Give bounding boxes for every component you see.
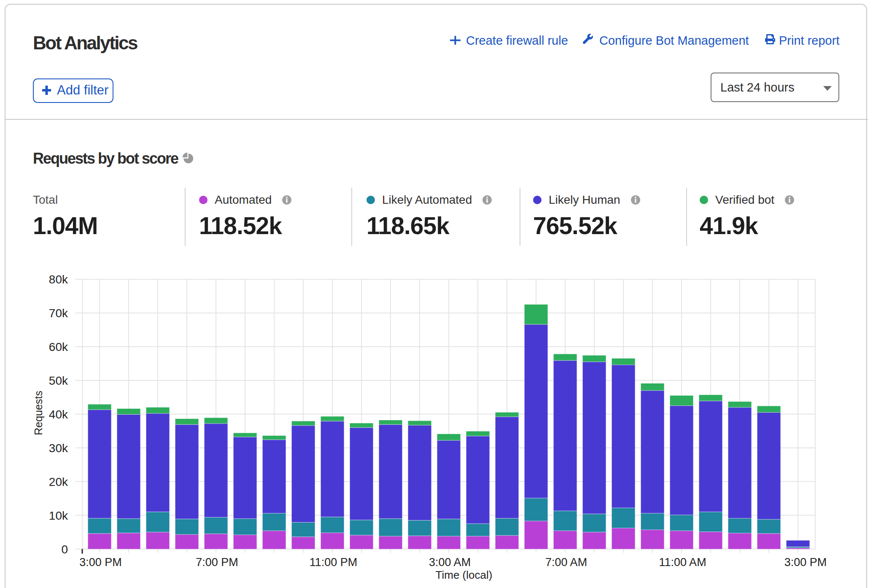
svg-text:70k: 70k [49,307,68,320]
svg-text:50k: 50k [49,374,68,387]
svg-text:30k: 30k [49,442,68,455]
svg-text:Time (local): Time (local) [436,569,493,581]
svg-text:3:00 PM: 3:00 PM [784,556,827,569]
svg-text:7:00 AM: 7:00 AM [545,556,587,569]
svg-text:40k: 40k [49,408,68,421]
svg-text:10k: 10k [49,509,68,522]
svg-text:7:00 PM: 7:00 PM [196,556,238,569]
svg-text:11:00 PM: 11:00 PM [310,556,358,569]
svg-text:3:00 AM: 3:00 AM [429,556,471,569]
svg-text:60k: 60k [49,340,68,353]
svg-text:Requests: Requests [32,391,44,435]
svg-text:3:00 PM: 3:00 PM [79,556,122,569]
svg-text:20k: 20k [49,475,68,488]
svg-text:11:00 AM: 11:00 AM [659,556,706,569]
svg-text:80k: 80k [49,273,68,286]
svg-text:0: 0 [61,543,68,556]
